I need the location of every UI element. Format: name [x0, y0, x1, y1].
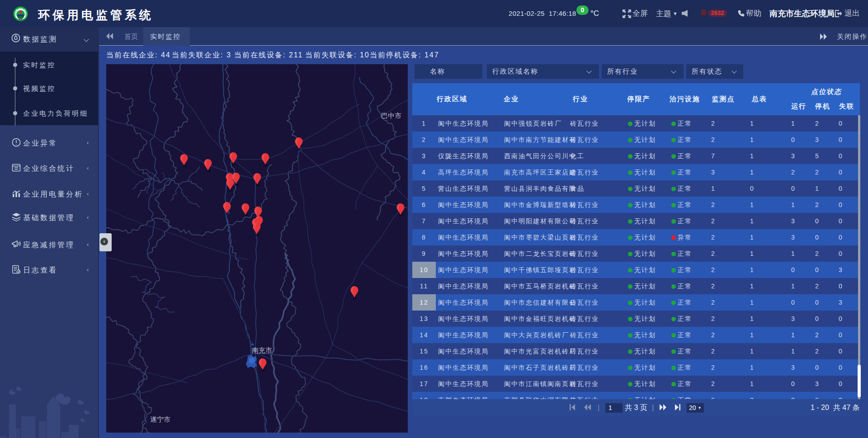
svg-text:遂宁市: 遂宁市: [150, 415, 170, 423]
svg-text:南充市: 南充市: [252, 346, 272, 354]
svg-text:巴中市: 巴中市: [381, 112, 401, 119]
